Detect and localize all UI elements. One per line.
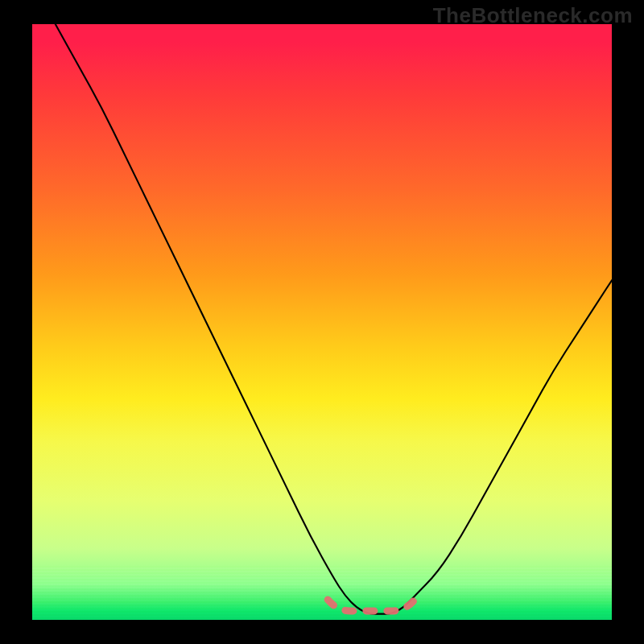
plot-area: [32, 24, 612, 620]
curve-svg: [32, 24, 612, 620]
bottleneck-curve: [56, 24, 612, 614]
chart-frame: TheBottleneck.com: [0, 0, 644, 644]
watermark-text: TheBottleneck.com: [433, 3, 633, 28]
